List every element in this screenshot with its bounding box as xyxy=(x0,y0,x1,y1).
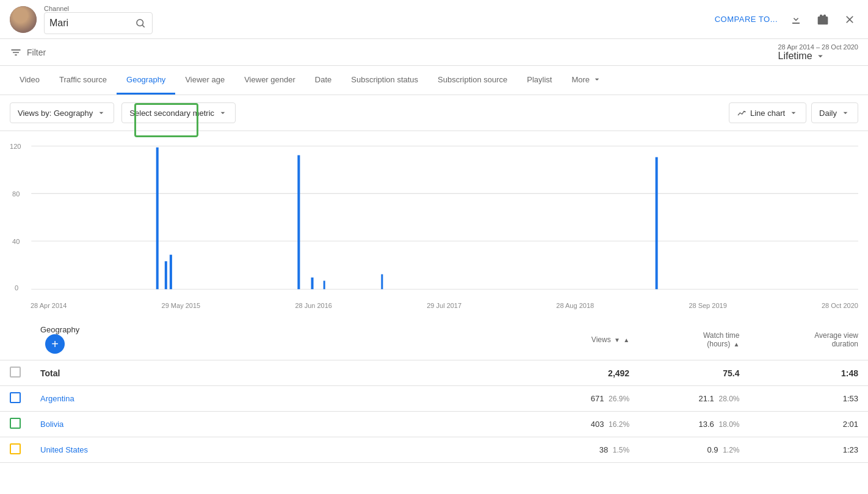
x-label-1: 29 May 2015 xyxy=(162,302,201,309)
views-by-chevron xyxy=(96,108,106,118)
tab-traffic-source[interactable]: Traffic source xyxy=(49,66,117,95)
channel-section: Channel Mari xyxy=(10,5,153,34)
lifetime-text: Lifetime xyxy=(778,51,812,62)
bolivia-watch-time: 13.6 18.0% xyxy=(639,412,749,437)
avatar-image xyxy=(10,6,37,33)
tab-date[interactable]: Date xyxy=(305,66,341,95)
close-button[interactable] xyxy=(841,11,858,28)
bolivia-checkbox[interactable] xyxy=(10,418,21,429)
watch-sort-icon: ▲ xyxy=(734,341,740,348)
nav-tabs: Video Traffic source Geography Viewer ag… xyxy=(0,66,868,95)
filter-label: Filter xyxy=(27,48,46,57)
data-table-section: Geography + Views ▼ ▲ Watch time(hours) … xyxy=(0,319,868,463)
lifetime-dropdown-icon xyxy=(815,51,826,62)
svg-text:0: 0 xyxy=(15,284,18,292)
views-header-text: Views xyxy=(591,335,611,344)
secondary-metric-dropdown[interactable]: Select secondary metric xyxy=(121,102,236,123)
svg-text:120: 120 xyxy=(10,143,21,150)
tab-subscription-source[interactable]: Subscription source xyxy=(428,66,517,95)
search-button[interactable] xyxy=(134,16,147,30)
secondary-metric-label: Select secondary metric xyxy=(129,109,214,118)
svg-text:80: 80 xyxy=(12,190,20,197)
geography-header: Geography + xyxy=(31,319,529,360)
tab-video[interactable]: Video xyxy=(10,66,49,95)
x-label-6: 28 Oct 2020 xyxy=(822,302,858,309)
us-avg-duration: 1:23 xyxy=(749,437,868,463)
line-chart-icon xyxy=(737,108,747,118)
watch-time-header[interactable]: Watch time(hours) ▲ xyxy=(639,319,749,360)
views-by-dropdown[interactable]: Views by: Geography xyxy=(10,102,114,123)
argentina-watch-time: 21.1 28.0% xyxy=(639,386,749,412)
secondary-metric-chevron xyxy=(218,108,228,118)
x-label-5: 28 Sep 2019 xyxy=(689,302,726,309)
checkbox-header xyxy=(0,319,31,360)
filter-section[interactable]: Filter xyxy=(10,46,46,59)
argentina-checkbox[interactable] xyxy=(10,392,21,403)
us-watch-time: 0.9 1.2% xyxy=(639,437,749,463)
table-row: United States 38 1.5% 0.9 1.2% 1:23 xyxy=(0,437,868,463)
filter-bar: Filter 28 Apr 2014 – 28 Oct 2020 Lifetim… xyxy=(0,39,868,66)
top-right: COMPARE TO... xyxy=(715,11,858,28)
add-metric-button[interactable]: + xyxy=(45,334,65,354)
x-label-2: 28 Jun 2016 xyxy=(295,302,332,309)
svg-point-0 xyxy=(137,20,143,26)
svg-rect-2 xyxy=(792,23,800,24)
bolivia-avg-duration: 2:01 xyxy=(749,412,868,437)
total-label-cell: Total xyxy=(31,360,529,386)
bolivia-checkbox-cell[interactable] xyxy=(0,412,31,437)
svg-text:40: 40 xyxy=(12,237,20,245)
geo-header-text: Geography xyxy=(40,325,79,334)
line-chart-svg: 120 80 40 0 xyxy=(10,141,858,297)
argentina-checkbox-cell[interactable] xyxy=(0,386,31,412)
total-checkbox-cell[interactable] xyxy=(0,360,31,386)
views-sort-asc: ▲ xyxy=(623,337,629,343)
bolivia-views: 403 16.2% xyxy=(529,412,639,437)
svg-rect-14 xyxy=(297,155,300,289)
more-dropdown-icon xyxy=(592,74,602,84)
us-checkbox[interactable] xyxy=(10,443,21,454)
channel-label: Channel xyxy=(44,5,153,12)
chart-type-chevron xyxy=(789,108,798,118)
total-views: 2,492 xyxy=(529,360,639,386)
tab-viewer-age[interactable]: Viewer age xyxy=(175,66,234,95)
flag-button[interactable] xyxy=(814,11,831,28)
chart-area: 120 80 40 0 xyxy=(0,131,868,302)
chart-type-dropdown[interactable]: Line chart xyxy=(729,102,806,123)
interval-dropdown[interactable]: Daily xyxy=(811,102,858,123)
compare-button[interactable]: COMPARE TO... xyxy=(715,15,778,24)
us-checkbox-cell[interactable] xyxy=(0,437,31,463)
total-row: Total 2,492 75.4 1:48 xyxy=(0,360,868,386)
us-name: United States xyxy=(31,437,529,463)
us-views: 38 1.5% xyxy=(529,437,639,463)
svg-rect-18 xyxy=(656,157,658,290)
argentina-views: 671 26.9% xyxy=(529,386,639,412)
svg-rect-17 xyxy=(381,274,383,290)
chart-type-label: Line chart xyxy=(750,109,785,118)
argentina-name: Argentina xyxy=(31,386,529,412)
tab-viewer-gender[interactable]: Viewer gender xyxy=(234,66,305,95)
download-button[interactable] xyxy=(787,11,805,28)
total-label: Total xyxy=(40,368,60,378)
data-table: Geography + Views ▼ ▲ Watch time(hours) … xyxy=(0,319,868,463)
total-checkbox[interactable] xyxy=(10,367,21,378)
tab-subscription-status[interactable]: Subscription status xyxy=(341,66,428,95)
filter-icon xyxy=(10,46,22,59)
tab-more[interactable]: More xyxy=(562,66,612,95)
tab-geography[interactable]: Geography xyxy=(117,66,175,95)
channel-name-input[interactable]: Mari xyxy=(49,18,129,29)
bolivia-name: Bolivia xyxy=(31,412,529,437)
table-row: Bolivia 403 16.2% 13.6 18.0% 2:01 xyxy=(0,412,868,437)
svg-line-1 xyxy=(142,25,144,27)
svg-rect-16 xyxy=(324,281,325,289)
tab-playlist[interactable]: Playlist xyxy=(517,66,562,95)
table-header-row: Geography + Views ▼ ▲ Watch time(hours) … xyxy=(0,319,868,360)
channel-name-wrapper: Mari xyxy=(44,12,153,34)
date-range-label: 28 Apr 2014 – 28 Oct 2020 xyxy=(778,43,859,51)
avg-view-header[interactable]: Average viewduration xyxy=(749,319,868,360)
svg-rect-15 xyxy=(311,277,314,289)
x-label-4: 28 Aug 2018 xyxy=(556,302,594,309)
top-bar: Channel Mari COMPARE TO... xyxy=(0,0,868,39)
avatar xyxy=(10,6,37,33)
lifetime-selector[interactable]: Lifetime xyxy=(778,51,859,62)
views-header[interactable]: Views ▼ ▲ xyxy=(529,319,639,360)
